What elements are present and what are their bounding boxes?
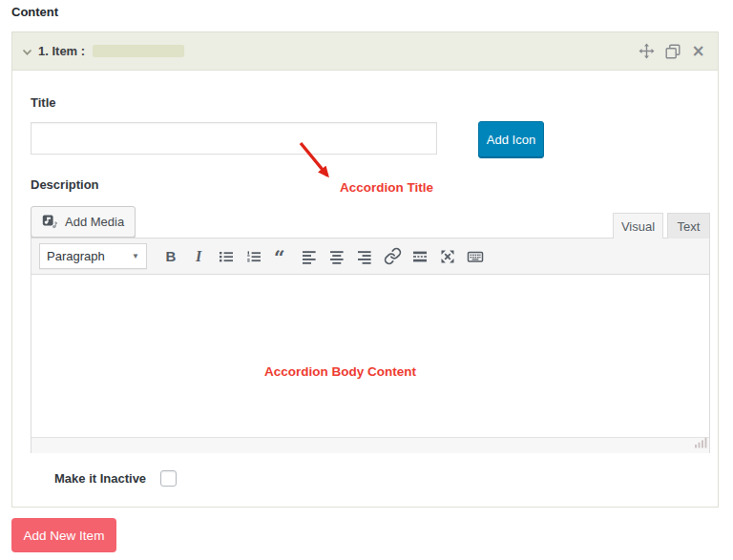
tab-visual[interactable]: Visual xyxy=(613,213,663,239)
align-left-button[interactable] xyxy=(297,244,322,269)
description-editor: Paragraph ▼ B I xyxy=(31,238,710,453)
fullscreen-icon xyxy=(439,248,456,265)
insert-link-button[interactable] xyxy=(380,244,405,269)
tab-text[interactable]: Text xyxy=(667,213,710,239)
svg-text:“: “ xyxy=(274,248,285,265)
align-center-icon xyxy=(328,248,346,265)
format-select-value: Paragraph xyxy=(47,249,105,263)
bulleted-list-icon xyxy=(218,248,235,265)
editor-content-area[interactable]: Accordion Body Content xyxy=(31,275,709,437)
paragraph-format-select[interactable]: Paragraph ▼ xyxy=(39,243,147,269)
annotation-title-note: Accordion Title xyxy=(340,180,433,195)
item-title-highlight-placeholder xyxy=(93,45,184,57)
item-header-actions: × xyxy=(639,43,706,59)
accordion-item-header[interactable]: 1. Item : × xyxy=(12,32,718,71)
move-icon[interactable] xyxy=(639,43,655,59)
numbered-list-button[interactable] xyxy=(241,244,266,269)
accordion-content-metabox: Content 1. Item : xyxy=(0,0,733,560)
add-icon-button[interactable]: Add Icon xyxy=(478,121,544,158)
blockquote-button[interactable]: “ xyxy=(269,244,294,269)
add-media-label: Add Media xyxy=(65,215,124,229)
section-title: Content xyxy=(11,5,58,19)
editor-toolbar: Paragraph ▼ B I xyxy=(31,239,709,275)
fullscreen-button[interactable] xyxy=(435,244,460,269)
inactive-checkbox-label: Make it Inactive xyxy=(54,471,146,486)
bold-button[interactable]: B xyxy=(158,244,183,269)
resize-grip-icon[interactable] xyxy=(694,435,707,452)
read-more-button[interactable] xyxy=(408,244,432,269)
align-center-button[interactable] xyxy=(325,244,349,269)
link-icon xyxy=(384,247,402,265)
item-number-label: 1. Item : xyxy=(38,44,85,58)
italic-button[interactable]: I xyxy=(186,244,211,269)
close-icon[interactable]: × xyxy=(690,43,706,59)
align-left-icon xyxy=(301,248,318,265)
media-note-icon xyxy=(42,214,58,230)
title-input[interactable] xyxy=(31,122,437,155)
add-media-button[interactable]: Add Media xyxy=(31,206,136,238)
description-field-label: Description xyxy=(31,177,99,192)
title-field-label: Title xyxy=(31,95,56,110)
chevron-down-icon[interactable] xyxy=(22,49,32,56)
annotation-body-note: Accordion Body Content xyxy=(264,364,416,379)
accordion-item-panel: 1. Item : × xyxy=(11,31,719,508)
toolbar-toggle-button[interactable] xyxy=(463,244,488,269)
add-new-item-button[interactable]: Add New Item xyxy=(11,518,116,552)
duplicate-icon[interactable] xyxy=(664,43,681,59)
inactive-checkbox[interactable] xyxy=(160,470,177,487)
bulleted-list-button[interactable] xyxy=(214,244,239,269)
keyboard-icon xyxy=(467,248,484,265)
align-right-button[interactable] xyxy=(352,244,377,269)
align-right-icon xyxy=(356,248,373,265)
caret-down-icon: ▼ xyxy=(132,252,139,260)
editor-status-bar xyxy=(31,437,709,453)
numbered-list-icon xyxy=(245,248,262,265)
read-more-icon xyxy=(411,248,429,265)
inactive-row: Make it Inactive xyxy=(54,470,177,487)
blockquote-icon: “ xyxy=(273,248,290,265)
